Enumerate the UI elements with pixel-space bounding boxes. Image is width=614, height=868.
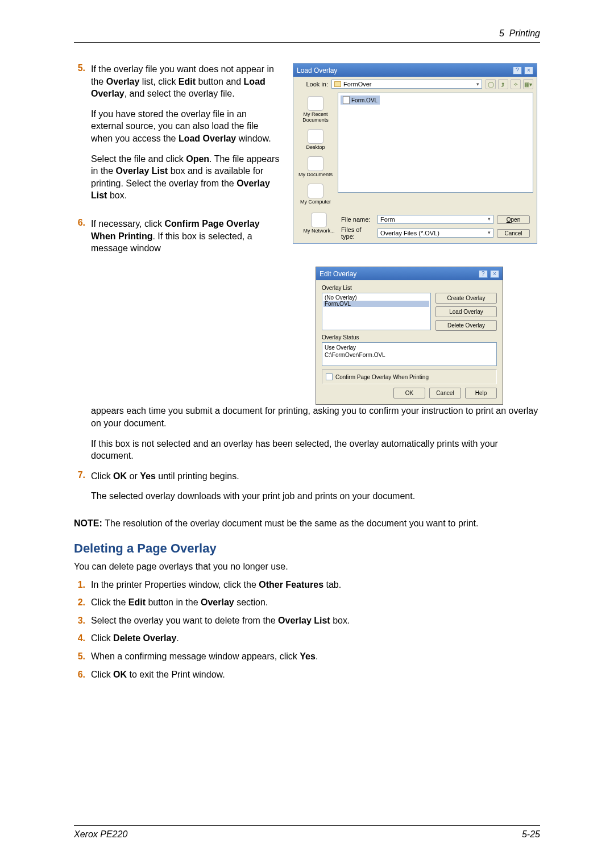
step-number: 7.	[74, 470, 91, 510]
list-item[interactable]: Form.OVL	[323, 301, 429, 307]
help-icon[interactable]: ?	[479, 270, 488, 278]
dialog-title: Edit Overlay	[320, 270, 356, 278]
section-intro: You can delete page overlays that you no…	[74, 562, 540, 572]
note: NOTE: The resolution of the overlay docu…	[74, 517, 540, 530]
load-overlay-button[interactable]: Load Overlay	[435, 306, 497, 317]
help-button[interactable]: Help	[465, 388, 497, 398]
file-list[interactable]: Form.OVL	[338, 93, 533, 193]
sidebar-mydocs[interactable]: My Documents	[293, 154, 338, 181]
delete-step-5: 5. When a confirming message window appe…	[74, 650, 540, 663]
overlay-status-label: Overlay Status	[322, 334, 497, 340]
delete-step-6: 6. Click OK to exit the Print window.	[74, 668, 540, 681]
step-number: 6.	[74, 218, 91, 255]
product-name: Xerox PE220	[74, 829, 127, 840]
delete-step-4: 4. Click Delete Overlay.	[74, 632, 540, 645]
confirm-label: Confirm Page Overlay When Printing	[335, 374, 429, 380]
views-icon[interactable]: ▦▾	[523, 79, 533, 89]
close-icon[interactable]: ×	[524, 67, 533, 74]
sidebar-network[interactable]: My Network...	[297, 213, 341, 238]
step-6-continued: appears each time you submit a document …	[91, 405, 540, 462]
edit-overlay-dialog: Edit Overlay ? × Overlay List (No Overla…	[316, 267, 503, 405]
folder-icon	[334, 81, 341, 87]
ok-button[interactable]: OK	[393, 388, 425, 398]
back-icon[interactable]: ◯	[486, 79, 496, 89]
delete-step-1: 1. In the printer Properties window, cli…	[74, 579, 540, 591]
chevron-down-icon: ▾	[476, 81, 479, 87]
delete-overlay-button[interactable]: Delete Overlay	[435, 320, 497, 331]
overlay-list-label: Overlay List	[322, 285, 497, 291]
file-icon	[343, 96, 350, 104]
chevron-down-icon: ▾	[488, 230, 491, 236]
step-6-top: 6. If necessary, click Confirm Page Over…	[74, 218, 281, 255]
open-button[interactable]: Open	[497, 215, 530, 224]
close-icon[interactable]: ×	[490, 270, 499, 278]
delete-step-3: 3. Select the overlay you want to delete…	[74, 614, 540, 627]
sidebar-recent[interactable]: My Recent Documents	[293, 94, 338, 127]
step-7: 7. Click OK or Yes until printing begins…	[74, 470, 540, 510]
filetype-label: Files of type:	[341, 226, 374, 240]
overlay-status-box: Use Overlay C:\FormOver\Form.OVL	[322, 342, 497, 366]
up-icon[interactable]: ⮭	[498, 79, 508, 89]
load-overlay-dialog: Load Overlay ? × Look in: FormOver ▾ ◯	[293, 63, 537, 244]
help-icon[interactable]: ?	[513, 67, 522, 74]
checkbox[interactable]	[326, 373, 333, 380]
dialog-title: Load Overlay	[297, 67, 337, 74]
new-folder-icon[interactable]: ✧	[511, 79, 521, 89]
file-item[interactable]: Form.OVL	[341, 95, 380, 105]
filetype-field[interactable]: Overlay Files (*.OVL)▾	[377, 229, 493, 238]
cancel-button[interactable]: Cancel	[429, 388, 461, 398]
create-overlay-button[interactable]: Create Overlay	[435, 293, 497, 304]
overlay-listbox[interactable]: (No Overlay) Form.OVL	[322, 293, 431, 330]
dialog-titlebar: Edit Overlay ? ×	[316, 267, 503, 280]
lookin-label: Look in:	[297, 81, 328, 88]
step-5: 5. If the overlay file you want does not…	[74, 63, 281, 210]
header-rule	[74, 42, 540, 43]
page-footer: Xerox PE220 5-25	[74, 825, 540, 840]
sidebar-mycomputer[interactable]: My Computer	[293, 181, 338, 209]
cancel-button[interactable]: Cancel	[497, 229, 530, 238]
filename-label: File name:	[341, 216, 374, 223]
page-header: 5 Printing	[74, 28, 540, 39]
confirm-checkbox-row[interactable]: Confirm Page Overlay When Printing	[322, 369, 497, 384]
delete-step-2: 2. Click the Edit button in the Overlay …	[74, 596, 540, 609]
section-heading: Deleting a Page Overlay	[74, 541, 540, 556]
page-number: 5-25	[522, 829, 540, 840]
chevron-down-icon: ▾	[488, 216, 491, 223]
sidebar-desktop[interactable]: Desktop	[293, 127, 338, 154]
list-item[interactable]: (No Overlay)	[323, 294, 429, 301]
dialog-titlebar: Load Overlay ? ×	[293, 64, 537, 77]
filename-field[interactable]: Form▾	[377, 215, 493, 224]
step-number: 5.	[74, 63, 91, 210]
lookin-combo[interactable]: FormOver ▾	[331, 80, 482, 89]
